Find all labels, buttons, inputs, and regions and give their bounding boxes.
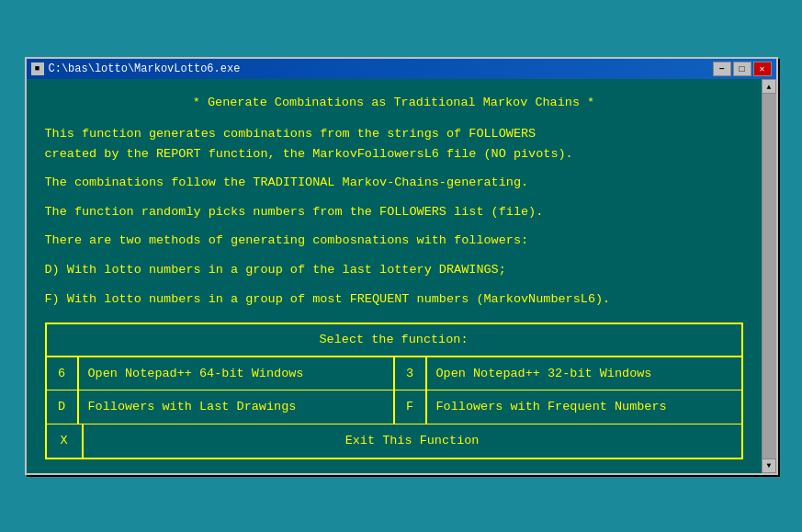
menu-option-3[interactable]: 3 Open Notepad++ 32-bit Windows (395, 357, 741, 391)
paragraph-4: There are two methods of generating comb… (45, 231, 743, 251)
menu-row-2: D Followers with Last Drawings F Followe… (47, 391, 741, 424)
scroll-down-button[interactable]: ▼ (762, 458, 776, 473)
scrollbar[interactable]: ▲ ▼ (762, 79, 776, 472)
window-title: C:\bas\lotto\MarkovLotto6.exe (49, 62, 708, 75)
paragraph-1: This function generates combinations fro… (45, 124, 743, 164)
page-title: * Generate Combinations as Traditional M… (45, 93, 743, 113)
key-x[interactable]: X (47, 424, 84, 458)
label-exit[interactable]: Exit This Function (84, 424, 741, 458)
paragraph-3: The function randomly picks numbers from… (45, 202, 743, 222)
menu-row-1: 6 Open Notepad++ 64-bit Windows 3 Open N… (47, 357, 741, 391)
paragraph-5b: F) With lotto numbers in a group of most… (45, 289, 743, 310)
paragraph-2: The combinations follow the TRADITIONAL … (45, 173, 743, 193)
maximize-button[interactable]: □ (733, 62, 751, 76)
window-body: * Generate Combinations as Traditional M… (27, 79, 776, 472)
key-d[interactable]: D (47, 391, 79, 424)
label-notepad32[interactable]: Open Notepad++ 32-bit Windows (427, 357, 741, 391)
label-notepad64[interactable]: Open Notepad++ 64-bit Windows (79, 357, 393, 391)
title-bar-buttons: − □ ✕ (713, 62, 772, 76)
scroll-track[interactable] (762, 94, 776, 458)
title-bar: ■ C:\bas\lotto\MarkovLotto6.exe − □ ✕ (27, 59, 776, 79)
close-button[interactable]: ✕ (753, 62, 772, 76)
window-icon: ■ (31, 62, 44, 75)
main-window: ■ C:\bas\lotto\MarkovLotto6.exe − □ ✕ * … (25, 57, 778, 474)
label-frequent-numbers[interactable]: Followers with Frequent Numbers (427, 391, 741, 424)
menu-row-exit[interactable]: X Exit This Function (47, 424, 741, 458)
content-area: * Generate Combinations as Traditional M… (27, 79, 762, 472)
menu-header: Select the function: (47, 324, 741, 357)
key-f[interactable]: F (395, 391, 427, 424)
key-6[interactable]: 6 (47, 357, 79, 391)
minimize-button[interactable]: − (713, 62, 731, 76)
paragraph-5a: D) With lotto numbers in a group of the … (45, 260, 743, 280)
menu-option-f[interactable]: F Followers with Frequent Numbers (395, 391, 741, 424)
function-menu: Select the function: 6 Open Notepad++ 64… (45, 323, 743, 458)
menu-option-d[interactable]: D Followers with Last Drawings (47, 391, 395, 424)
menu-option-6[interactable]: 6 Open Notepad++ 64-bit Windows (47, 357, 395, 391)
scroll-up-button[interactable]: ▲ (762, 79, 776, 94)
label-last-drawings[interactable]: Followers with Last Drawings (79, 391, 393, 424)
key-3[interactable]: 3 (395, 357, 427, 391)
